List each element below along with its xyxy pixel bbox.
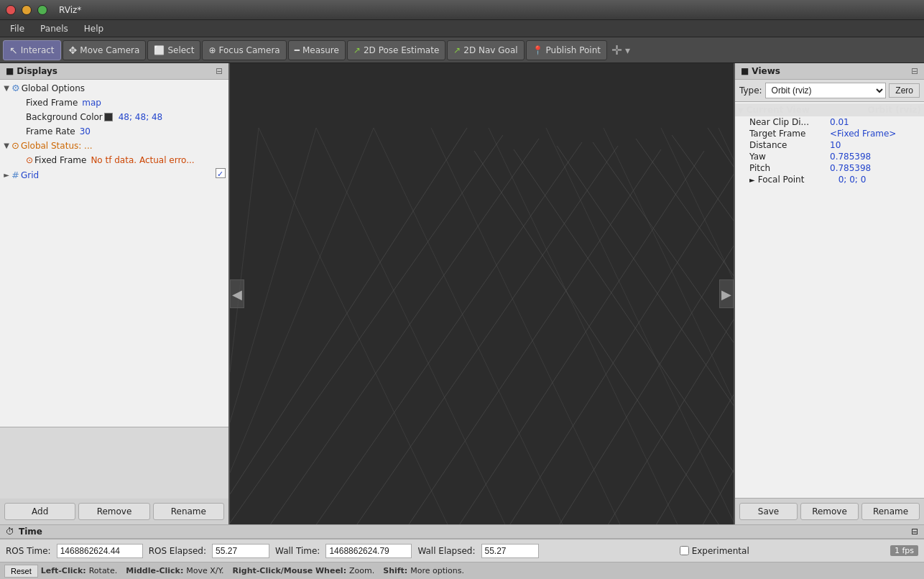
global-options-node: ▼ ⚙ Global Options Fixed Frame map Backg… bbox=[0, 81, 228, 139]
maximize-button[interactable] bbox=[37, 5, 47, 15]
ros-elapsed-field[interactable] bbox=[212, 544, 269, 558]
views-panel-resize[interactable]: ⊟ bbox=[911, 66, 918, 76]
3d-viewport[interactable]: ◀ ▶ bbox=[230, 63, 734, 524]
wall-time-field[interactable] bbox=[325, 544, 412, 558]
global-options-expand[interactable]: ▼ bbox=[3, 82, 10, 95]
move-icon: ✥ bbox=[69, 45, 78, 56]
grid-expand[interactable]: ► bbox=[3, 169, 10, 182]
experimental-checkbox[interactable] bbox=[680, 546, 689, 555]
toolbar-menu-button[interactable]: ▾ bbox=[625, 45, 630, 56]
target-frame-key: Target Frame bbox=[749, 129, 828, 139]
displays-buttons: Add Remove Rename bbox=[0, 499, 228, 524]
toolbar-publish-point[interactable]: 📍 Publish Point bbox=[526, 40, 607, 60]
toolbar-select-label: Select bbox=[167, 45, 194, 55]
views-zero-button[interactable]: Zero bbox=[889, 83, 920, 98]
grid-node: ► # Grid bbox=[0, 167, 228, 182]
toolbar-interact-label: Interact bbox=[21, 45, 55, 55]
toolbar-measure-label: Measure bbox=[302, 45, 339, 55]
frame-rate-row[interactable]: Frame Rate 30 bbox=[23, 124, 228, 139]
distance-key: Distance bbox=[749, 140, 828, 150]
save-view-button[interactable]: Save bbox=[739, 503, 798, 520]
background-color-row[interactable]: Background Color 48; 48; 48 bbox=[23, 110, 228, 124]
focal-point-key: Focal Point bbox=[758, 175, 837, 185]
toolbar-select[interactable]: ⬜ Select bbox=[147, 40, 200, 60]
focus-icon: ⊕ bbox=[208, 45, 216, 55]
toolbar-2d-pose[interactable]: ↗ 2D Pose Estimate bbox=[347, 40, 445, 60]
frame-rate-label: Frame Rate bbox=[26, 125, 75, 138]
background-color-label: Background Color bbox=[26, 111, 103, 124]
menu-file[interactable]: File bbox=[3, 22, 32, 35]
status-shift-key: Shift: bbox=[383, 566, 407, 575]
fixed-frame-row[interactable]: Fixed Frame map bbox=[23, 96, 228, 110]
pose-icon: ↗ bbox=[354, 45, 361, 55]
titlebar: RViz* bbox=[0, 0, 924, 20]
displays-panel-icon: ■ bbox=[6, 66, 14, 76]
status-middle-click-key: Middle-Click: bbox=[126, 566, 183, 575]
svg-rect-0 bbox=[230, 63, 734, 524]
menu-panels[interactable]: Panels bbox=[33, 22, 75, 35]
target-frame-row: Target Frame <Fixed Frame> bbox=[747, 128, 924, 139]
viewport-nav-right[interactable]: ▶ bbox=[719, 279, 734, 308]
nav-icon: ↗ bbox=[453, 45, 461, 55]
ros-time-field[interactable] bbox=[57, 544, 143, 558]
global-options-row[interactable]: ▼ ⚙ Global Options bbox=[0, 81, 228, 96]
rename-display-button[interactable]: Rename bbox=[153, 503, 224, 520]
global-status-expand[interactable]: ▼ bbox=[3, 139, 10, 152]
toolbar-interact[interactable]: ↖ Interact bbox=[3, 40, 61, 60]
current-view-type: Orbit (rviz) bbox=[867, 105, 921, 115]
toolbar-measure[interactable]: ━ Measure bbox=[288, 40, 346, 60]
select-icon: ⬜ bbox=[154, 45, 165, 55]
views-panel: ■ Views ⊟ Type: Orbit (rviz) FPS (rviz) … bbox=[734, 63, 924, 524]
minimize-button[interactable] bbox=[22, 5, 32, 15]
displays-header-label: Displays bbox=[17, 66, 57, 76]
views-type-label: Type: bbox=[739, 85, 762, 96]
focal-point-value: 0; 0; 0 bbox=[838, 175, 867, 185]
displays-tree: ▼ ⚙ Global Options Fixed Frame map Backg… bbox=[0, 80, 228, 427]
time-panel-collapse[interactable]: ⊟ bbox=[911, 527, 918, 537]
wall-elapsed-field[interactable] bbox=[481, 544, 539, 558]
background-color-swatch bbox=[104, 113, 113, 121]
toolbar-move-camera-label: Move Camera bbox=[80, 45, 139, 55]
toolbar-add-button[interactable]: ✛ bbox=[611, 42, 622, 57]
global-status-row[interactable]: ▼ ⊙ Global Status: ... bbox=[0, 139, 228, 153]
add-display-button[interactable]: Add bbox=[4, 503, 75, 520]
menu-help[interactable]: Help bbox=[77, 22, 111, 35]
grid-icon: # bbox=[11, 169, 19, 182]
remove-view-button[interactable]: Remove bbox=[800, 503, 859, 520]
current-view-header[interactable]: ▼ Current View Orbit (rviz) bbox=[735, 103, 924, 116]
menubar: File Panels Help bbox=[0, 20, 924, 37]
toolbar-focus-camera[interactable]: ⊕ Focus Camera bbox=[202, 40, 286, 60]
focal-point-expand[interactable]: ► bbox=[749, 176, 755, 184]
close-button[interactable] bbox=[6, 5, 16, 15]
displays-panel-resize[interactable]: ⊟ bbox=[216, 66, 223, 76]
point-icon: 📍 bbox=[532, 45, 543, 55]
frame-rate-value: 30 bbox=[80, 125, 91, 138]
global-status-label: Global Status: ... bbox=[21, 139, 93, 152]
current-view-expand[interactable]: ▼ bbox=[738, 106, 744, 114]
near-clip-key: Near Clip Di... bbox=[749, 117, 828, 127]
views-type-row: Type: Orbit (rviz) FPS (rviz) TopDownOrt… bbox=[735, 80, 924, 102]
window-title: RViz* bbox=[59, 5, 81, 15]
yaw-row: Yaw 0.785398 bbox=[747, 151, 924, 162]
reset-button[interactable]: Reset bbox=[4, 565, 38, 578]
status-right-click-action: Zoom. bbox=[349, 566, 374, 575]
toolbar-focus-label: Focus Camera bbox=[218, 45, 279, 55]
experimental-label: Experimental bbox=[692, 546, 749, 556]
toolbar-2d-nav[interactable]: ↗ 2D Nav Goal bbox=[447, 40, 524, 60]
grid-checkbox[interactable] bbox=[216, 168, 226, 178]
rename-view-button[interactable]: Rename bbox=[861, 503, 920, 520]
views-header-label: Views bbox=[752, 66, 780, 76]
viewport-nav-left[interactable]: ◀ bbox=[230, 279, 244, 308]
wall-elapsed-label: Wall Elapsed: bbox=[417, 546, 475, 556]
views-type-select[interactable]: Orbit (rviz) FPS (rviz) TopDownOrtho (rv… bbox=[765, 83, 887, 98]
toolbar-move-camera[interactable]: ✥ Move Camera bbox=[63, 40, 147, 60]
distance-value: 10 bbox=[830, 140, 841, 150]
time-panel-header: ⏱ Time ⊟ bbox=[0, 525, 924, 539]
remove-display-button[interactable]: Remove bbox=[78, 503, 149, 520]
toolbar-2d-nav-label: 2D Nav Goal bbox=[463, 45, 517, 55]
fixed-frame-error-value: No tf data. Actual erro... bbox=[91, 154, 194, 167]
time-panel-container: ⏱ Time ⊟ ROS Time: ROS Elapsed: Wall Tim… bbox=[0, 524, 924, 562]
fixed-frame-error-row[interactable]: ⊙ Fixed Frame No tf data. Actual erro... bbox=[23, 153, 228, 167]
views-tree: ▼ Current View Orbit (rviz) Near Clip Di… bbox=[735, 102, 924, 498]
grid-row[interactable]: ► # Grid bbox=[0, 167, 228, 182]
